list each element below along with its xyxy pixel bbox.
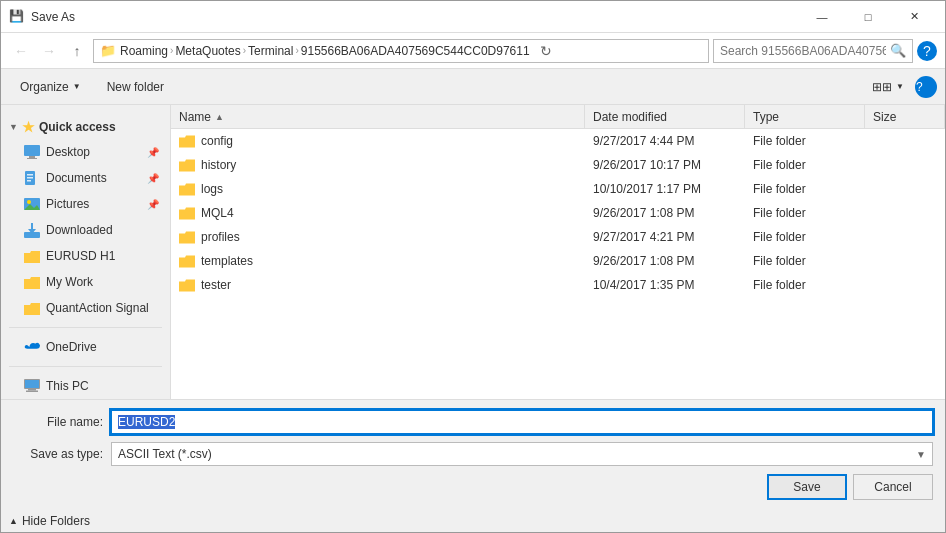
documents-label: Documents xyxy=(46,171,107,185)
onedrive-icon xyxy=(24,339,40,355)
hide-folders-bar[interactable]: ▲ Hide Folders xyxy=(1,510,945,532)
download-icon xyxy=(24,222,40,238)
address-bar[interactable]: 📁 Roaming › MetaQuotes › Terminal › 9155… xyxy=(93,39,709,63)
cancel-button[interactable]: Cancel xyxy=(853,474,933,500)
file-date: 10/4/2017 1:35 PM xyxy=(585,278,745,292)
view-button[interactable]: ⊞⊞ ▼ xyxy=(865,74,911,100)
new-folder-button[interactable]: New folder xyxy=(96,74,175,100)
search-input[interactable] xyxy=(720,44,886,58)
window-title: Save As xyxy=(31,10,799,24)
sidebar-item-documents[interactable]: Documents 📌 xyxy=(3,165,168,191)
sidebar-item-quantaction[interactable]: QuantAction Signal xyxy=(3,295,168,321)
main-content: ▼ ★ Quick access Desktop 📌 xyxy=(1,105,945,399)
breadcrumb-hash[interactable]: 915566BA06ADA407569C544CC0D97611 xyxy=(301,44,530,58)
col-date[interactable]: Date modified xyxy=(585,105,745,128)
col-date-label: Date modified xyxy=(593,110,667,124)
breadcrumb-roaming[interactable]: Roaming xyxy=(120,44,168,58)
savetype-row: Save as type: ASCII Text (*.csv) ▼ xyxy=(13,442,933,466)
svg-rect-16 xyxy=(26,391,38,393)
hide-folders-label: Hide Folders xyxy=(22,514,90,528)
organize-button[interactable]: Organize ▼ xyxy=(9,74,92,100)
save-as-dialog: 💾 Save As — □ ✕ ← → ↑ 📁 Roaming › MetaQu… xyxy=(0,0,946,533)
svg-rect-1 xyxy=(29,156,35,158)
filename-input[interactable] xyxy=(111,410,933,434)
col-size[interactable]: Size xyxy=(865,105,945,128)
breadcrumb: Roaming › MetaQuotes › Terminal › 915566… xyxy=(120,44,530,58)
file-type: File folder xyxy=(745,254,865,268)
quick-access-label: Quick access xyxy=(39,120,116,134)
col-type-label: Type xyxy=(753,110,779,124)
file-list-header: Name ▲ Date modified Type Size xyxy=(171,105,945,129)
mywork-label: My Work xyxy=(46,275,93,289)
downloaded-label: Downloaded xyxy=(46,223,113,237)
pictures-icon xyxy=(24,196,40,212)
folder-work-icon xyxy=(24,274,40,290)
pin-icon-pics: 📌 xyxy=(147,199,159,210)
table-row[interactable]: config 9/27/2017 4:44 PM File folder xyxy=(171,129,945,153)
col-type[interactable]: Type xyxy=(745,105,865,128)
sidebar-item-onedrive[interactable]: OneDrive xyxy=(3,334,168,360)
file-type: File folder xyxy=(745,134,865,148)
pin-icon-docs: 📌 xyxy=(147,173,159,184)
divider-1 xyxy=(9,327,162,328)
folder-qa-icon xyxy=(24,300,40,316)
form-buttons: Save Cancel xyxy=(13,474,933,500)
quick-access-star-icon: ★ xyxy=(22,119,35,135)
file-name: MQL4 xyxy=(201,206,234,220)
file-date: 9/27/2017 4:21 PM xyxy=(585,230,745,244)
table-row[interactable]: profiles 9/27/2017 4:21 PM File folder xyxy=(171,225,945,249)
chevron-up-icon: ▲ xyxy=(9,516,18,526)
save-button[interactable]: Save xyxy=(767,474,847,500)
quick-access-header[interactable]: ▼ ★ Quick access xyxy=(1,113,170,139)
help-toolbar-button[interactable]: ? xyxy=(915,76,937,98)
sep1: › xyxy=(170,45,173,56)
savetype-value: ASCII Text (*.csv) xyxy=(118,447,212,461)
back-button[interactable]: ← xyxy=(9,39,33,63)
col-name[interactable]: Name ▲ xyxy=(171,105,585,128)
breadcrumb-metaquotes[interactable]: MetaQuotes xyxy=(175,44,240,58)
sidebar-item-mywork[interactable]: My Work xyxy=(3,269,168,295)
table-row[interactable]: MQL4 9/26/2017 1:08 PM File folder xyxy=(171,201,945,225)
svg-rect-5 xyxy=(27,177,33,179)
savetype-label: Save as type: xyxy=(13,447,103,461)
filename-row: File name: xyxy=(13,410,933,434)
organize-label: Organize xyxy=(20,80,69,94)
table-row[interactable]: logs 10/10/2017 1:17 PM File folder xyxy=(171,177,945,201)
table-row[interactable]: tester 10/4/2017 1:35 PM File folder xyxy=(171,273,945,297)
desktop-icon xyxy=(24,144,40,160)
savetype-select[interactable]: ASCII Text (*.csv) ▼ xyxy=(111,442,933,466)
sep3: › xyxy=(295,45,298,56)
cancel-label: Cancel xyxy=(874,480,911,494)
file-date: 9/26/2017 10:17 PM xyxy=(585,158,745,172)
sidebar-item-pictures[interactable]: Pictures 📌 xyxy=(3,191,168,217)
help-button[interactable]: ? xyxy=(917,41,937,61)
svg-rect-12 xyxy=(31,223,33,230)
quantaction-label: QuantAction Signal xyxy=(46,301,149,315)
svg-rect-0 xyxy=(24,145,40,156)
minimize-button[interactable]: — xyxy=(799,1,845,33)
table-row[interactable]: templates 9/26/2017 1:08 PM File folder xyxy=(171,249,945,273)
breadcrumb-folder-icon: 📁 xyxy=(100,43,116,58)
up-button[interactable]: ↑ xyxy=(65,39,89,63)
sidebar: ▼ ★ Quick access Desktop 📌 xyxy=(1,105,171,399)
window-controls: — □ ✕ xyxy=(799,1,937,33)
close-button[interactable]: ✕ xyxy=(891,1,937,33)
organize-arrow-icon: ▼ xyxy=(73,82,81,91)
file-name: templates xyxy=(201,254,253,268)
svg-rect-2 xyxy=(27,158,37,159)
title-bar: 💾 Save As — □ ✕ xyxy=(1,1,945,33)
file-type: File folder xyxy=(745,230,865,244)
window-icon: 💾 xyxy=(9,9,25,25)
search-box[interactable]: 🔍 xyxy=(713,39,913,63)
sep2: › xyxy=(243,45,246,56)
forward-button[interactable]: → xyxy=(37,39,61,63)
sidebar-item-eurusd[interactable]: EURUSD H1 xyxy=(3,243,168,269)
maximize-button[interactable]: □ xyxy=(845,1,891,33)
table-row[interactable]: history 9/26/2017 10:17 PM File folder xyxy=(171,153,945,177)
sidebar-item-thispc[interactable]: This PC xyxy=(3,373,168,399)
sidebar-item-desktop[interactable]: Desktop 📌 xyxy=(3,139,168,165)
sidebar-item-downloaded[interactable]: Downloaded xyxy=(3,217,168,243)
refresh-button[interactable]: ↻ xyxy=(534,39,558,63)
breadcrumb-terminal[interactable]: Terminal xyxy=(248,44,293,58)
col-name-label: Name xyxy=(179,110,211,124)
